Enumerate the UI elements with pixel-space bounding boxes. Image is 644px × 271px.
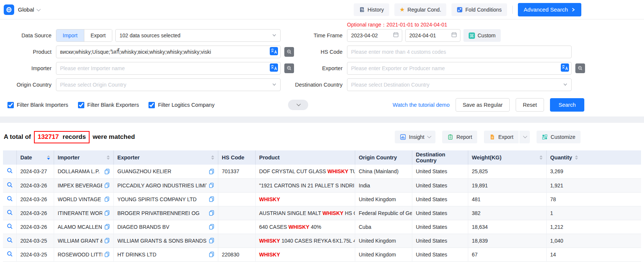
- row-search-icon[interactable]: [7, 251, 13, 257]
- copy-icon[interactable]: [209, 210, 214, 216]
- data-source-label: Data Source: [4, 32, 56, 38]
- copy-icon[interactable]: [104, 169, 110, 174]
- copy-icon[interactable]: [104, 238, 110, 243]
- importer-input[interactable]: [56, 62, 281, 75]
- customize-button[interactable]: Customize: [537, 131, 581, 143]
- chevron-down-icon: [297, 102, 301, 106]
- date-cell: 2024-03-27: [16, 165, 54, 178]
- topbar-actions: History ★ Regular Cond. Fold Conditions …: [354, 3, 581, 16]
- origin-country-select[interactable]: Please select Origin Country: [56, 78, 281, 91]
- column-header-importer[interactable]: Importer: [54, 150, 113, 165]
- fold-conditions-button[interactable]: Fold Conditions: [451, 3, 507, 16]
- export-button[interactable]: Export: [484, 131, 518, 143]
- exclude-search-icon[interactable]: [284, 63, 294, 73]
- reset-button[interactable]: Reset: [516, 98, 544, 112]
- weight-cell: 18,839: [468, 234, 546, 247]
- checkbox-icon[interactable]: [7, 102, 14, 108]
- copy-icon[interactable]: [209, 169, 214, 174]
- exclude-search-icon[interactable]: [575, 63, 585, 73]
- importer-cell: WORLD VINTAGE L: [54, 192, 113, 206]
- exporter-cell: GUANGZHOU KELIER: [113, 165, 218, 178]
- quantity-cell: 1: [546, 206, 641, 220]
- sort-icon[interactable]: [211, 155, 214, 160]
- copy-icon[interactable]: [104, 196, 109, 202]
- section-divider: [0, 116, 644, 123]
- importer-cell: ALAMO MCALLEN: [54, 220, 113, 234]
- sort-icon[interactable]: [540, 155, 543, 160]
- copy-icon[interactable]: [104, 210, 110, 216]
- row-search-icon[interactable]: [7, 168, 13, 174]
- fold-conditions-label: Fold Conditions: [465, 7, 501, 13]
- row-search-icon[interactable]: [7, 196, 13, 202]
- report-button[interactable]: Report: [442, 131, 477, 143]
- row-actions-cell: [3, 206, 16, 220]
- data-sources-select[interactable]: 102 data sources selected: [115, 29, 281, 42]
- product-cell: WHISKY: [255, 192, 355, 206]
- copy-icon[interactable]: [209, 183, 214, 188]
- checkbox-filter-logitics-company[interactable]: Filter Logitics Company: [149, 102, 215, 108]
- collapse-toggle[interactable]: [288, 100, 308, 110]
- copy-icon[interactable]: [104, 224, 110, 230]
- quantity-cell: 1,212: [546, 220, 641, 234]
- calendar-icon: [393, 32, 399, 38]
- destination-country-select[interactable]: Please select Destination Country: [347, 78, 572, 91]
- column-header-actions: [3, 150, 16, 165]
- translate-icon[interactable]: [270, 47, 278, 55]
- advanced-search-button[interactable]: Advanced Search: [518, 3, 581, 16]
- checkbox-icon[interactable]: [78, 102, 84, 108]
- column-header-hs-code: HS Code: [218, 150, 255, 165]
- row-search-icon[interactable]: [7, 223, 13, 230]
- quantity-cell: 3,269: [546, 165, 641, 178]
- search-button[interactable]: Search: [550, 98, 584, 112]
- destination-country-cell: United States: [412, 206, 468, 220]
- regular-cond-button[interactable]: ★ Regular Cond.: [394, 3, 447, 16]
- row-search-icon[interactable]: [7, 182, 13, 188]
- insight-button[interactable]: Insight: [395, 131, 435, 143]
- importer-cell: ROSEWOOD LITTL: [54, 247, 113, 261]
- copy-icon[interactable]: [209, 252, 214, 257]
- product-input[interactable]: [56, 46, 281, 58]
- command-icon: [469, 32, 475, 39]
- sort-icon[interactable]: [575, 155, 578, 160]
- sort-icon[interactable]: [107, 155, 110, 160]
- checkbox-icon[interactable]: [149, 102, 155, 108]
- table-header-row: Date Importer Exporter HS Code Product O…: [3, 150, 641, 165]
- region-selector[interactable]: Global: [18, 6, 40, 13]
- table-row: 2024-03-25 WILLIAM GRANT & WILLIAM GRANT…: [3, 234, 641, 247]
- importer-cell: WILLIAM GRANT &: [54, 234, 113, 247]
- translate-icon[interactable]: [270, 63, 278, 72]
- copy-icon[interactable]: [209, 196, 214, 202]
- history-button[interactable]: History: [354, 3, 389, 16]
- column-header-date[interactable]: Date: [16, 150, 54, 165]
- tutorial-link[interactable]: Watch the tutorial demo: [393, 102, 450, 108]
- row-search-icon[interactable]: [7, 209, 13, 216]
- sort-icon[interactable]: [47, 155, 50, 160]
- app-logo-icon[interactable]: [4, 4, 14, 15]
- hs-code-input[interactable]: [347, 46, 572, 58]
- save-as-regular-button[interactable]: Save as Regular: [456, 98, 510, 112]
- tab-export[interactable]: Export: [84, 29, 112, 41]
- export-dropdown[interactable]: [519, 131, 530, 143]
- date-cell: 2024-03-26: [16, 178, 54, 192]
- importer-cell: IMPEX BEVERAGE: [54, 178, 113, 192]
- column-header-weight[interactable]: Weight(KG): [468, 150, 546, 165]
- row-actions-cell: [3, 247, 16, 261]
- copy-icon[interactable]: [209, 224, 214, 230]
- copy-icon[interactable]: [104, 183, 109, 188]
- time-frame-label: Time Frame: [281, 32, 347, 38]
- translate-icon[interactable]: [561, 63, 569, 72]
- checkbox-filter-blank-exporters[interactable]: Filter Blank Exporters: [78, 102, 139, 108]
- copy-icon[interactable]: [209, 238, 214, 243]
- highlighted-keyword: WHISKY: [259, 238, 280, 244]
- tab-import[interactable]: Import: [56, 29, 84, 41]
- weight-cell: 19,891: [468, 178, 546, 192]
- exporter-input[interactable]: [347, 62, 572, 75]
- column-header-quantity[interactable]: Quantity: [546, 150, 641, 165]
- custom-button[interactable]: Custom: [463, 29, 501, 42]
- column-header-exporter[interactable]: Exporter: [113, 150, 218, 165]
- row-search-icon[interactable]: [7, 237, 13, 243]
- summary-prefix: A total of: [4, 133, 31, 141]
- checkbox-filter-blank-importers[interactable]: Filter Blank Importers: [7, 102, 68, 108]
- exclude-search-icon[interactable]: [284, 47, 294, 57]
- copy-icon[interactable]: [104, 252, 109, 257]
